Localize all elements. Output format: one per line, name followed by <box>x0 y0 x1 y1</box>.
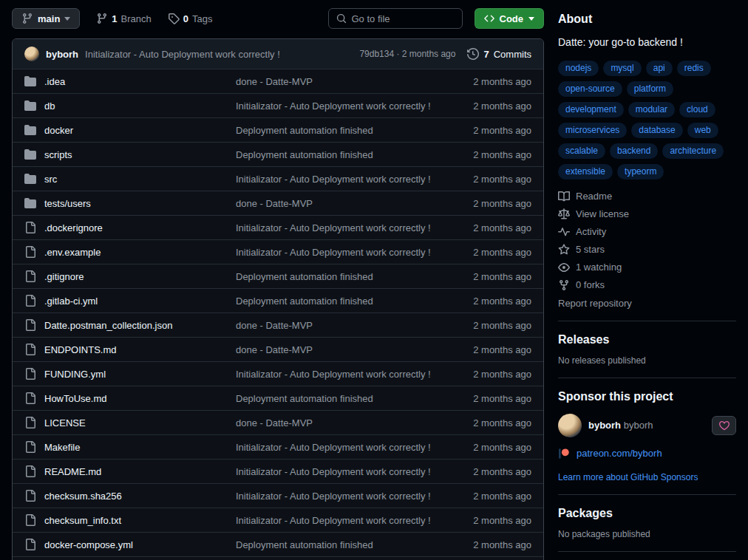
row-commit-date: 2 months ago <box>450 466 531 477</box>
code-button-label: Code <box>500 13 524 24</box>
topic-tag[interactable]: backend <box>610 143 658 159</box>
row-commit-date: 2 months ago <box>450 515 531 526</box>
file-name-link[interactable]: checksum.sha256 <box>44 491 122 502</box>
row-commit-message-link[interactable]: Initializator - Auto Deployment work cor… <box>236 442 450 453</box>
row-commit-message-link[interactable]: Initializator - Auto Deployment work cor… <box>236 515 450 526</box>
file-name-link[interactable]: .gitignore <box>44 271 84 282</box>
packages-title: Packages <box>558 507 736 520</box>
row-commit-message-link[interactable]: Deployment automation finished <box>236 125 450 136</box>
about-link-label: Activity <box>576 226 606 237</box>
chevron-down-icon <box>64 17 70 21</box>
go-to-file-search[interactable] <box>328 8 463 29</box>
about-link-readme[interactable]: Readme <box>558 191 736 202</box>
sponsor-user-login: byborh <box>624 420 653 431</box>
row-commit-message-link[interactable]: done - Datte-MVP <box>236 417 450 428</box>
topic-tag[interactable]: cloud <box>679 102 715 117</box>
chevron-down-icon <box>528 17 534 21</box>
about-link-activity[interactable]: Activity <box>558 226 736 238</box>
topic-tag[interactable]: api <box>646 61 673 76</box>
avatar[interactable] <box>24 47 39 61</box>
topic-tag[interactable]: extensible <box>558 164 613 180</box>
topic-tag[interactable]: database <box>631 123 682 138</box>
avatar[interactable] <box>558 414 582 437</box>
branch-selector[interactable]: main <box>12 8 80 29</box>
file-name-link[interactable]: HowToUse.md <box>44 393 107 404</box>
topic-tag[interactable]: open-source <box>558 81 622 97</box>
row-commit-message-link[interactable]: Deployment automation finished <box>236 271 450 282</box>
file-name-link[interactable]: checksum_info.txt <box>44 515 121 526</box>
row-commit-message-link[interactable]: Initializator - Auto Deployment work cor… <box>236 491 450 502</box>
topic-tag[interactable]: redis <box>677 61 711 76</box>
about-link-0-forks[interactable]: 0 forks <box>558 279 736 291</box>
commit-hash-age[interactable]: 79db134 · 2 months ago <box>359 49 455 59</box>
row-commit-message-link[interactable]: Deployment automation finished <box>236 296 450 307</box>
topic-tag[interactable]: development <box>558 102 624 117</box>
file-name-link[interactable]: LICENSE <box>44 417 86 428</box>
row-commit-message-link[interactable]: Deployment automation finished <box>236 539 450 550</box>
commit-author-link[interactable]: byborh <box>46 49 78 60</box>
file-name-link[interactable]: docker-compose.yml <box>44 539 133 550</box>
search-icon <box>336 13 347 24</box>
about-link-1-watching[interactable]: 1 watching <box>558 262 736 273</box>
pulse-icon <box>558 226 570 238</box>
topic-tag[interactable]: web <box>687 123 718 138</box>
sponsor-user-name[interactable]: byborh <box>588 420 621 431</box>
file-name-link[interactable]: scripts <box>44 149 72 160</box>
commits-label: Commits <box>494 49 531 60</box>
topic-tag[interactable]: modular <box>628 102 675 117</box>
file-name-link[interactable]: README.md <box>44 466 101 477</box>
file-name-link[interactable]: db <box>44 100 55 112</box>
patreon-link[interactable]: patreon.com/byborh <box>577 448 662 459</box>
table-row: docker-compose.ymlDeployment automation … <box>13 532 543 556</box>
row-commit-message-link[interactable]: Initializator - Auto Deployment work cor… <box>236 100 450 112</box>
commit-history-link[interactable]: 7 Commits <box>467 48 531 60</box>
topic-tag[interactable]: mysql <box>603 61 641 76</box>
file-name-link[interactable]: src <box>44 174 57 185</box>
topic-tag[interactable]: platform <box>627 81 673 97</box>
topic-tag[interactable]: microservices <box>558 123 627 138</box>
file-name-link[interactable]: tests/users <box>44 198 91 209</box>
patreon-row: patreon.com/byborh <box>558 448 736 460</box>
file-name-link[interactable]: .idea <box>44 76 65 87</box>
file-name-link[interactable]: .env.example <box>44 247 101 258</box>
sponsors-learn-more-link[interactable]: Learn more about GitHub Sponsors <box>558 472 736 482</box>
topic-tag[interactable]: nodejs <box>558 61 599 76</box>
row-commit-date: 2 months ago <box>450 149 531 160</box>
topic-tag[interactable]: architecture <box>662 143 724 159</box>
table-row: Datte.postman_collection.jsondone - Datt… <box>13 313 543 337</box>
topic-tag[interactable]: typeorm <box>617 164 664 180</box>
branches-link[interactable]: 1 Branch <box>96 13 151 24</box>
file-name-link[interactable]: .gitlab-ci.yml <box>44 296 98 307</box>
row-commit-message-link[interactable]: done - Datte-MVP <box>236 344 450 355</box>
commit-message-link[interactable]: Initializator - Auto Deployment work cor… <box>85 49 280 60</box>
tags-link[interactable]: 0 Tags <box>168 13 213 24</box>
row-commit-message-link[interactable]: Initializator - Auto Deployment work cor… <box>236 466 450 477</box>
report-repository-link[interactable]: Report repository <box>558 298 632 309</box>
file-name-link[interactable]: Datte.postman_collection.json <box>44 320 172 331</box>
row-commit-message-link[interactable]: Initializator - Auto Deployment work cor… <box>236 174 450 185</box>
row-commit-message-link[interactable]: Initializator - Auto Deployment work cor… <box>236 369 450 380</box>
file-icon <box>24 539 36 550</box>
sponsor-user-row: byborh byborh <box>558 414 736 437</box>
row-commit-message-link[interactable]: done - Datte-MVP <box>236 198 450 209</box>
file-name-link[interactable]: docker <box>44 125 73 136</box>
row-commit-date: 2 months ago <box>450 198 531 209</box>
file-name-link[interactable]: Makefile <box>44 442 80 453</box>
row-commit-message-link[interactable]: Deployment automation finished <box>236 393 450 404</box>
file-name-link[interactable]: FUNDING.yml <box>44 369 106 380</box>
table-row: HowToUse.mdDeployment automation finishe… <box>13 386 543 410</box>
file-name-link[interactable]: .dockerignore <box>44 222 103 233</box>
code-button[interactable]: Code <box>475 8 545 29</box>
about-link-5-stars[interactable]: 5 stars <box>558 244 736 256</box>
about-link-view-license[interactable]: View license <box>558 208 736 220</box>
go-to-file-input[interactable] <box>352 13 455 24</box>
row-commit-message-link[interactable]: Initializator - Auto Deployment work cor… <box>236 222 450 233</box>
row-commit-message-link[interactable]: done - Datte-MVP <box>236 76 450 87</box>
row-commit-message-link[interactable]: done - Datte-MVP <box>236 320 450 331</box>
sponsor-heart-button[interactable] <box>712 416 736 435</box>
file-name-link[interactable]: ENDPOINTS.md <box>44 344 117 355</box>
row-commit-message-link[interactable]: Initializator - Auto Deployment work cor… <box>236 247 450 258</box>
row-commit-message-link[interactable]: Deployment automation finished <box>236 149 450 160</box>
topic-tag[interactable]: scalable <box>558 143 605 159</box>
folder-icon <box>24 124 36 136</box>
